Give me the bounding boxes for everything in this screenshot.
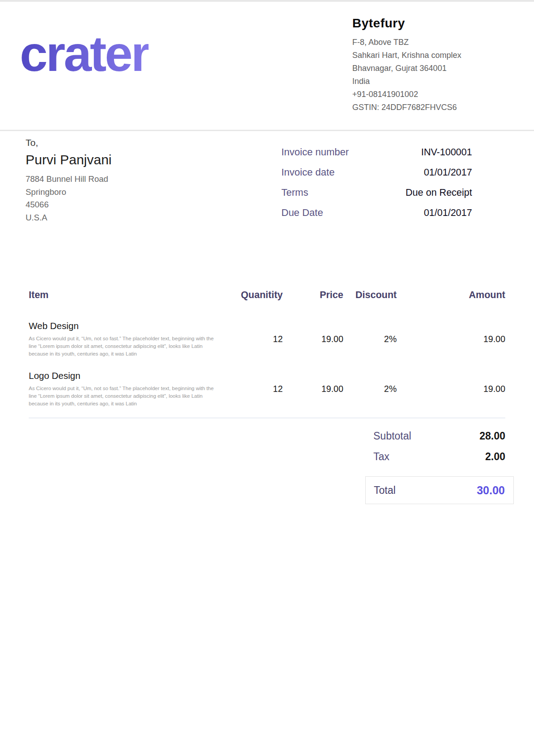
item-price: 19.00 <box>283 321 343 358</box>
column-header-discount: Discount <box>343 290 397 301</box>
bill-to-label: To, <box>26 137 112 148</box>
invoice-number-label: Invoice number <box>281 146 349 158</box>
table-row: Logo Design As Cicero would put it, “Um,… <box>29 370 505 408</box>
customer-address-line: 45066 <box>26 198 112 211</box>
item-name: Logo Design <box>29 370 215 381</box>
items-table: Item Quanitity Price Discount Amount Web… <box>29 290 505 418</box>
subtotal-value: 28.00 <box>479 430 505 442</box>
invoice-number-row: Invoice number INV-100001 <box>281 146 472 158</box>
company-gstin: GSTIN: 24DDF7682FHVCS6 <box>352 101 523 114</box>
item-amount: 19.00 <box>397 370 505 408</box>
terms-label: Terms <box>281 187 308 198</box>
total-label: Total <box>374 484 396 497</box>
company-address-line: Bhavnagar, Gujrat 364001 <box>352 62 523 75</box>
customer-address-line: Springboro <box>26 186 112 199</box>
item-quantity: 12 <box>215 321 283 358</box>
invoice-date-label: Invoice date <box>281 167 335 178</box>
items-table-header: Item Quanitity Price Discount Amount <box>29 290 505 301</box>
column-header-item: Item <box>29 290 215 301</box>
company-phone: +91-08141901002 <box>352 88 523 101</box>
company-address-line: F-8, Above TBZ <box>352 36 523 49</box>
subtotal-row: Subtotal 28.00 <box>373 430 505 442</box>
terms-row: Terms Due on Receipt <box>281 187 472 198</box>
invoice-page: crater Bytefury F-8, Above TBZ Sahkari H… <box>0 0 534 756</box>
bill-to-section: To, Purvi Panjvani 7884 Bunnel Hill Road… <box>26 137 112 224</box>
invoice-number-value: INV-100001 <box>421 147 472 158</box>
tax-label: Tax <box>373 451 390 463</box>
customer-address: 7884 Bunnel Hill Road Springboro 45066 U… <box>26 173 112 224</box>
item-quantity: 12 <box>215 370 283 408</box>
totals-section: Subtotal 28.00 Tax 2.00 Total 30.00 <box>373 430 505 504</box>
crater-logo: crater <box>20 29 149 79</box>
invoice-header: crater Bytefury F-8, Above TBZ Sahkari H… <box>0 2 534 131</box>
item-cell: Logo Design As Cicero would put it, “Um,… <box>29 370 215 408</box>
due-date-label: Due Date <box>281 207 323 219</box>
invoice-meta: Invoice number INV-100001 Invoice date 0… <box>281 146 472 227</box>
subtotal-label: Subtotal <box>373 430 411 442</box>
item-description: As Cicero would put it, “Um, not so fast… <box>29 385 215 408</box>
tax-row: Tax 2.00 <box>373 451 505 463</box>
company-address-line: Sahkari Hart, Krishna complex <box>352 49 523 62</box>
customer-address-line: U.S.A <box>26 211 112 224</box>
company-name: Bytefury <box>352 16 523 31</box>
item-discount: 2% <box>343 321 397 358</box>
due-date-row: Due Date 01/01/2017 <box>281 207 472 219</box>
table-divider <box>29 418 505 418</box>
item-price: 19.00 <box>283 370 343 408</box>
customer-name: Purvi Panjvani <box>26 152 112 167</box>
table-row: Web Design As Cicero would put it, “Um, … <box>29 321 505 358</box>
due-date-value: 01/01/2017 <box>424 207 472 219</box>
tax-value: 2.00 <box>485 451 505 463</box>
total-box: Total 30.00 <box>365 476 514 504</box>
customer-address-line: 7884 Bunnel Hill Road <box>26 173 112 186</box>
company-address-line: India <box>352 75 523 88</box>
terms-value: Due on Receipt <box>406 187 472 198</box>
item-cell: Web Design As Cicero would put it, “Um, … <box>29 321 215 358</box>
company-info: Bytefury F-8, Above TBZ Sahkari Hart, Kr… <box>352 16 523 114</box>
item-name: Web Design <box>29 321 215 331</box>
invoice-date-value: 01/01/2017 <box>424 167 472 178</box>
invoice-date-row: Invoice date 01/01/2017 <box>281 167 472 178</box>
item-amount: 19.00 <box>397 321 505 358</box>
total-value: 30.00 <box>477 484 505 497</box>
column-header-amount: Amount <box>397 290 505 301</box>
column-header-quantity: Quanitity <box>215 290 283 301</box>
item-discount: 2% <box>343 370 397 408</box>
item-description: As Cicero would put it, “Um, not so fast… <box>29 335 215 358</box>
column-header-price: Price <box>283 290 343 301</box>
